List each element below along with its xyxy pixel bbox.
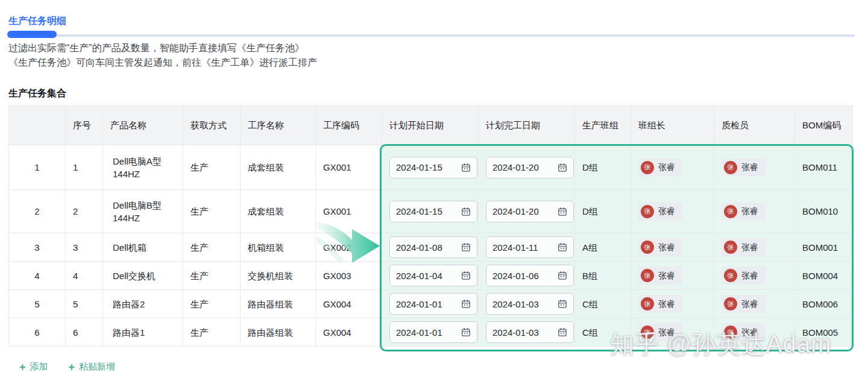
team-leader-chip[interactable]: 张 张睿	[638, 203, 682, 221]
calendar-icon	[461, 271, 471, 280]
col-bom-code: BOM编码	[795, 106, 853, 145]
cell-process-name: 成套组装	[241, 190, 316, 233]
production-task-table: 序号 产品名称 获取方式 工序名称 工序编码 计划开始日期 计划完工日期 生产班…	[8, 105, 853, 347]
section-title: 生产任务集合	[8, 87, 66, 100]
calendar-icon	[558, 242, 567, 252]
cell-team: D组	[575, 145, 631, 190]
team-leader-chip[interactable]: 张 张睿	[638, 295, 682, 313]
calendar-icon	[558, 299, 567, 309]
cell-acquire-method: 生产	[183, 145, 241, 190]
cell-acquire-method: 生产	[183, 233, 241, 262]
cell-seq: 1	[66, 145, 103, 190]
cell-process-name: 成套组装	[241, 145, 316, 190]
inspector-chip[interactable]: 张 张睿	[722, 295, 766, 313]
inspector-name: 张睿	[741, 161, 758, 174]
end-date-picker[interactable]: 2024-01-03	[486, 321, 574, 343]
row-number: 6	[9, 318, 66, 347]
calendar-icon	[558, 163, 567, 172]
team-leader-chip[interactable]: 张 张睿	[638, 238, 682, 256]
calendar-icon	[461, 207, 471, 216]
cell-bom-code: BOM005	[795, 318, 853, 347]
cell-seq: 4	[66, 262, 103, 290]
inspector-chip[interactable]: 张 张睿	[722, 238, 766, 256]
start-date-picker[interactable]: 2024-01-08	[389, 236, 477, 258]
col-process-name: 工序名称	[241, 106, 316, 145]
calendar-icon	[461, 327, 471, 337]
end-date-picker[interactable]: 2024-01-20	[486, 201, 574, 222]
calendar-icon	[558, 207, 567, 216]
row-number: 4	[9, 262, 66, 290]
team-leader-name: 张睿	[658, 205, 675, 218]
cell-process-name: 机箱组装	[241, 233, 316, 262]
cell-process-name: 路由器组装	[241, 318, 316, 347]
tab-production-task-detail[interactable]: 生产任务明细	[8, 15, 66, 28]
inspector-name: 张睿	[741, 298, 758, 310]
col-plan-start-date: 计划开始日期	[382, 106, 479, 145]
cell-bom-code: BOM010	[795, 190, 853, 233]
end-date-picker[interactable]: 2024-01-03	[486, 293, 574, 315]
cell-process-code: GX001	[316, 145, 382, 190]
team-leader-chip[interactable]: 张 张睿	[638, 323, 682, 341]
table-body: 1 1 Dell电脑A型 144HZ 生产 成套组装 GX001 2024-01…	[9, 145, 853, 347]
paste-add-button[interactable]: + 粘贴新增	[69, 361, 116, 373]
team-leader-chip[interactable]: 张 张睿	[638, 266, 682, 285]
cell-seq: 6	[66, 318, 103, 347]
cell-team: C组	[575, 318, 631, 347]
cell-product-name: Dell交换机	[103, 262, 183, 290]
inspector-chip[interactable]: 张 张睿	[722, 266, 766, 285]
start-date-picker[interactable]: 2024-01-01	[389, 321, 477, 343]
inspector-name: 张睿	[741, 241, 758, 254]
add-row-button[interactable]: + 添加	[19, 361, 48, 373]
end-date-value: 2024-01-11	[492, 241, 538, 254]
avatar: 张	[724, 241, 737, 254]
end-date-picker[interactable]: 2024-01-20	[486, 157, 574, 178]
cell-product-name: Dell电脑B型 144HZ	[103, 190, 183, 233]
calendar-icon	[461, 299, 471, 309]
description-line-1: 过滤出实际需“生产”的产品及数量，智能助手直接填写《生产任务池》	[8, 41, 317, 55]
start-date-picker[interactable]: 2024-01-15	[389, 157, 477, 178]
team-leader-name: 张睿	[658, 269, 675, 282]
table-row: 6 6 路由器1 生产 路由器组装 GX004 2024-01-01	[9, 318, 853, 347]
avatar: 张	[641, 269, 654, 282]
team-leader-name: 张睿	[658, 326, 675, 339]
avatar: 张	[724, 161, 737, 174]
start-date-value: 2024-01-15	[396, 161, 442, 174]
inspector-name: 张睿	[741, 205, 758, 218]
cell-process-code: GX002	[316, 233, 382, 262]
inspector-chip[interactable]: 张 张睿	[722, 159, 766, 177]
col-product-name: 产品名称	[103, 106, 183, 145]
col-row-number	[9, 106, 66, 145]
row-number: 5	[9, 290, 66, 318]
description-text: 过滤出实际需“生产”的产品及数量，智能助手直接填写《生产任务池》 《生产任务池》…	[8, 41, 317, 70]
end-date-value: 2024-01-20	[492, 205, 539, 218]
end-date-value: 2024-01-03	[492, 298, 539, 310]
start-date-picker[interactable]: 2024-01-01	[389, 293, 477, 315]
avatar: 张	[724, 326, 737, 339]
cell-seq: 5	[66, 290, 103, 318]
end-date-picker[interactable]: 2024-01-11	[486, 236, 574, 258]
cell-acquire-method: 生产	[183, 262, 241, 290]
inspector-chip[interactable]: 张 张睿	[722, 203, 766, 221]
avatar: 张	[641, 241, 654, 254]
cell-acquire-method: 生产	[183, 290, 241, 318]
col-acquire-method: 获取方式	[183, 106, 241, 145]
end-date-picker[interactable]: 2024-01-06	[486, 265, 574, 286]
cell-acquire-method: 生产	[183, 318, 241, 347]
table-row: 3 3 Dell机箱 生产 机箱组装 GX002 2024-01-08	[9, 233, 853, 262]
team-leader-chip[interactable]: 张 张睿	[638, 159, 682, 177]
plus-icon: +	[19, 362, 26, 373]
col-production-team: 生产班组	[575, 106, 631, 145]
avatar: 张	[724, 297, 737, 310]
inspector-chip[interactable]: 张 张睿	[722, 323, 766, 341]
end-date-value: 2024-01-06	[492, 269, 539, 282]
row-number: 1	[9, 145, 66, 190]
cell-team: B组	[575, 262, 631, 290]
calendar-icon	[558, 327, 567, 337]
start-date-value: 2024-01-04	[396, 269, 442, 282]
cell-process-code: GX004	[316, 318, 382, 347]
start-date-picker[interactable]: 2024-01-15	[389, 201, 477, 222]
table-header-row: 序号 产品名称 获取方式 工序名称 工序编码 计划开始日期 计划完工日期 生产班…	[9, 106, 853, 145]
start-date-picker[interactable]: 2024-01-04	[389, 265, 477, 286]
footer-actions: + 添加 + 粘贴新增	[19, 361, 115, 373]
inspector-name: 张睿	[741, 326, 758, 339]
